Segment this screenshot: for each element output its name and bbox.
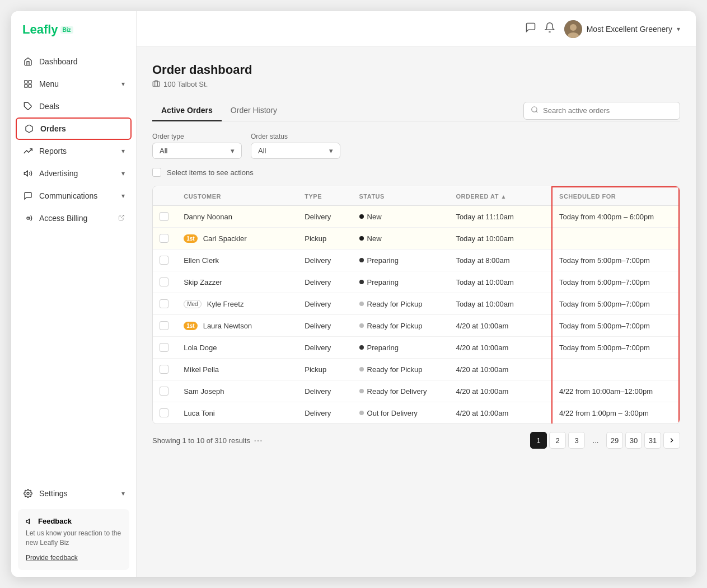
filter-type-value: All — [160, 147, 167, 155]
type-cell: Delivery — [298, 250, 352, 271]
first-time-badge: 1st — [184, 322, 197, 330]
more-options-icon[interactable]: ⋯ — [254, 435, 263, 446]
type-cell: Delivery — [298, 271, 352, 293]
select-all-label: Select items to see actions — [167, 168, 254, 177]
row-checkbox[interactable] — [160, 365, 168, 374]
filter-status-value: All — [258, 147, 266, 155]
sidebar-item-dashboard[interactable]: Dashboard — [11, 50, 136, 73]
megaphone-icon — [22, 168, 34, 179]
row-checkbox-cell — [153, 402, 177, 424]
sidebar-item-menu[interactable]: Menu ▾ — [11, 73, 136, 95]
svg-rect-12 — [153, 82, 160, 86]
sidebar-item-communications[interactable]: Communications ▾ — [11, 185, 136, 207]
chevron-down-icon: ▾ — [231, 147, 235, 155]
customer-cell: Sam Joseph — [177, 380, 298, 402]
pagination-page-30[interactable]: 30 — [625, 432, 642, 449]
svg-rect-3 — [29, 84, 31, 87]
row-checkbox[interactable] — [160, 408, 168, 417]
scheduled-for-cell: Today from 5:00pm–7:00pm — [552, 250, 679, 271]
filter-type-select[interactable]: All ▾ — [152, 143, 242, 159]
row-checkbox[interactable] — [160, 212, 168, 221]
ordered-at-cell: Today at 11:10am — [449, 206, 552, 228]
building-icon — [152, 79, 160, 89]
med-badge: Med — [184, 300, 201, 308]
search-icon — [531, 106, 539, 116]
pagination-page-1[interactable]: 1 — [530, 432, 547, 449]
select-all-checkbox[interactable] — [152, 168, 161, 177]
sidebar-item-deals[interactable]: Deals — [11, 95, 136, 117]
chevron-down-icon: ▾ — [329, 147, 333, 155]
row-checkbox-cell — [153, 206, 177, 228]
pagination-next-button[interactable] — [663, 432, 680, 449]
filter-status-label: Order status — [251, 133, 340, 140]
tab-order-history[interactable]: Order History — [222, 100, 286, 121]
customer-cell: Ellen Clerk — [177, 250, 298, 271]
status-cell: Out for Delivery — [353, 402, 450, 424]
tabs-row: Active Orders Order History — [152, 100, 680, 121]
home-icon — [22, 56, 34, 67]
pagination-page-3[interactable]: 3 — [568, 432, 585, 449]
status-dot — [359, 411, 364, 415]
sidebar-item-advertising[interactable]: Advertising ▾ — [11, 162, 136, 185]
svg-rect-0 — [25, 81, 27, 83]
feedback-box: Feedback Let us know your reaction to th… — [18, 509, 129, 570]
sidebar-item-label: Access Billing — [39, 214, 87, 223]
status-cell: Preparing — [353, 250, 450, 271]
search-input[interactable] — [543, 106, 673, 115]
status-dot — [359, 280, 364, 284]
feedback-link[interactable]: Provide feedback — [26, 554, 78, 562]
sidebar-item-reports[interactable]: Reports ▾ — [11, 140, 136, 162]
row-checkbox[interactable] — [160, 321, 168, 330]
user-name: Most Excellent Greenery — [587, 25, 672, 34]
filter-status-select[interactable]: All ▾ — [251, 143, 340, 159]
status-text: Ready for Pickup — [367, 300, 423, 308]
row-checkbox[interactable] — [160, 277, 168, 286]
row-checkbox[interactable] — [160, 299, 168, 308]
billing-icon — [22, 213, 34, 224]
ordered-at-cell: 4/20 at 10:00am — [449, 315, 552, 337]
top-bar: Most Excellent Greenery ▾ — [137, 11, 696, 47]
row-checkbox-cell — [153, 228, 177, 250]
status-text: Out for Delivery — [367, 409, 418, 417]
customer-cell: Danny Noonan — [177, 206, 298, 228]
external-link-icon — [118, 214, 125, 223]
scheduled-for-cell: Today from 5:00pm–7:00pm — [552, 315, 679, 337]
status-text: Ready for Pickup — [367, 322, 423, 330]
sidebar-item-orders[interactable]: Orders — [16, 117, 132, 140]
sidebar-item-access-billing[interactable]: Access Billing — [11, 207, 136, 229]
status-text: Preparing — [367, 344, 399, 352]
user-menu[interactable]: Most Excellent Greenery ▾ — [564, 20, 680, 38]
filter-type-label: Order type — [152, 133, 242, 140]
col-type: TYPE — [298, 187, 352, 206]
pagination-page-31[interactable]: 31 — [644, 432, 661, 449]
search-box[interactable] — [523, 102, 680, 120]
notifications-icon[interactable] — [544, 22, 555, 36]
table-row: Med Kyle Freetz Delivery Ready for Picku… — [153, 293, 679, 315]
ordered-at-cell: 4/20 at 10:00am — [449, 402, 552, 424]
svg-point-5 — [27, 217, 29, 219]
table-row: Danny Noonan Delivery New Today at 11:10… — [153, 206, 679, 228]
chevron-down-icon: ▾ — [121, 80, 125, 88]
pagination-page-29[interactable]: 29 — [606, 432, 623, 449]
status-cell: Ready for Pickup — [353, 293, 450, 315]
status-text: Preparing — [367, 278, 399, 286]
status-dot — [359, 323, 364, 328]
col-ordered-at[interactable]: ORDERED AT ▲ — [449, 187, 552, 206]
chevron-down-icon: ▾ — [121, 170, 125, 177]
row-checkbox[interactable] — [160, 387, 168, 396]
svg-line-6 — [121, 215, 124, 218]
customer-cell: Luca Toni — [177, 402, 298, 424]
tab-active-orders[interactable]: Active Orders — [152, 100, 222, 121]
pagination-page-2[interactable]: 2 — [549, 432, 566, 449]
type-cell: Delivery — [298, 315, 352, 337]
sidebar-item-settings[interactable]: Settings ▾ — [18, 482, 129, 505]
customer-name: Carl Spackler — [203, 234, 247, 243]
svg-rect-1 — [29, 81, 31, 83]
status-text: Preparing — [367, 256, 399, 265]
row-checkbox[interactable] — [160, 343, 168, 352]
filter-order-status: Order status All ▾ — [251, 133, 340, 159]
chevron-down-icon: ▾ — [121, 192, 125, 200]
row-checkbox[interactable] — [160, 256, 168, 265]
row-checkbox[interactable] — [160, 234, 168, 243]
chat-icon[interactable] — [525, 22, 536, 36]
